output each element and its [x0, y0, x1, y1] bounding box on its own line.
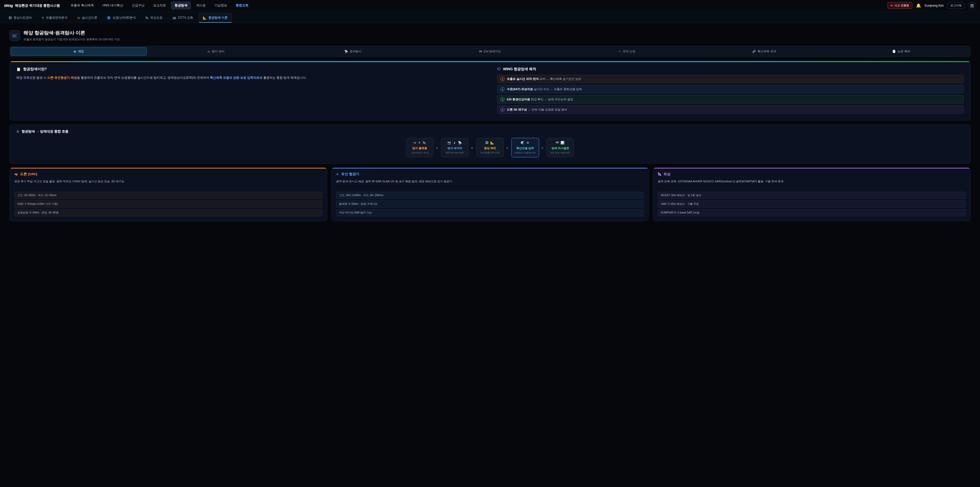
notification-bell-icon[interactable]: 🔔: [916, 3, 921, 8]
brand[interactable]: Wing 해양환경 위기대응 통합시스템: [4, 3, 60, 8]
brand-title: 해양환경 위기대응 통합시스템: [15, 3, 60, 8]
page-chart-icon: [10, 30, 20, 41]
overview-icon: ◉: [74, 50, 76, 53]
nav-board[interactable]: 게시판: [192, 2, 209, 10]
logout-button[interactable]: 로그아웃: [947, 2, 965, 9]
spec-row: NGSST: 5km 해상도 · 일 1회 생산: [658, 192, 966, 199]
page-title: 해양 항공탐색·원격탐사 이론: [24, 30, 120, 36]
card-drone-uav: 🛩 드론 (UAV) 현장 즉시 투입·저고도 정밀 촬영. 광학·적외선 카메…: [10, 168, 327, 221]
subtab-oil-area-analysis[interactable]: ✳ 유출유면적분석: [38, 13, 72, 23]
satellite-icon: 🛰: [145, 16, 148, 20]
flow-step-sensor-data: 📷 🌡 📡 센서 데이터 광학·IR·SAR·SST: [441, 138, 469, 157]
subtab-image-photo-management[interactable]: 🖼 영상사진관리: [5, 13, 36, 23]
tab-remote-sensing[interactable]: 📡 원격탐사: [285, 47, 421, 56]
section-tab-bar: ◉ 개요 🛩 탐지 장비 📡 원격탐사 🗺 ESI 방제지도 ✏ 면적 산정 🔗…: [10, 46, 970, 57]
processing-icons: 🖼 📐: [479, 141, 501, 145]
number-badge: 1: [501, 77, 504, 81]
wing-purpose-section: 🛡 WING 항공탐색 목적 1 유출유 실시간 위치·면적 파악 → 확산예측…: [497, 67, 964, 116]
gear-icon: ⚙: [16, 130, 19, 134]
spec-row: SAR: 5~25m 해상도 · 구름 무관: [658, 200, 966, 208]
number-badge: 3: [501, 97, 504, 101]
highlight-model-input: 확산예측 모델의 검증·보정 입력자료: [210, 76, 259, 80]
incident-badge-label: 사고 진행중: [894, 3, 909, 7]
subtab-realtime-drone[interactable]: 🛩 실시간드론: [73, 13, 101, 23]
tab-esi-map[interactable]: 🗺 ESI 방제지도: [422, 47, 558, 56]
nav-weather-info[interactable]: 기상정보: [211, 2, 231, 10]
subtab-satellite-request[interactable]: 🛰 위성요청: [142, 13, 167, 23]
spec-row: 고도: 30~500m · 속도: 15~25m/s: [14, 192, 322, 199]
tab-papers-patents[interactable]: 📑 논문·특허: [833, 47, 969, 56]
flow-section-title: 항공탐색 → 방제대응 통합 흐름: [22, 129, 68, 134]
what-is-aerial-search-section: 📋 항공탐색이란? 해양 유류오염 발생 시 드론·유인항공기·위성을 활용하여…: [16, 67, 483, 116]
flow-step-image-processing: 🖼 📐 영상 처리 좌표변환·면적산정: [476, 138, 504, 157]
flow-arrow-icon: ▶: [436, 146, 438, 149]
topbar: Wing 해양환경 위기대응 통합시스템 유출유 확산예측 HNS·대기확산 긴…: [0, 0, 980, 11]
flow-arrow-icon: ▶: [471, 146, 473, 149]
nav-reports[interactable]: 보고자료: [150, 2, 169, 10]
aircraft-icon: 🛩: [207, 50, 210, 53]
flow-step-model-input: 🌊 ⚙ 확산모델 입력 유출위치·유출량·SST: [511, 138, 539, 157]
card-manned-aircraft: ✈ 유인 항공기 광역 탐색·장시간 체공. 광학·IR·SAR·SLAR·UV…: [331, 168, 649, 221]
decision-icons: 🗺 📊: [549, 141, 572, 145]
user-name: Eunjeong Kim: [924, 4, 944, 7]
purpose-item: 4 드론 3D 재구성 → 선박 식별·오염원 정밀 분석: [497, 105, 964, 113]
image-icon: 🖼: [9, 16, 12, 20]
spec-row: 야간·악기상 SAR 탐지 가능: [336, 209, 644, 216]
tab-overview[interactable]: ◉ 개요: [11, 47, 147, 56]
spec-row: 고도: 300~3,000m · 속도: 60~150m/s: [336, 192, 644, 199]
theory-chart-icon: 📐: [203, 16, 207, 20]
nav-integrated-search[interactable]: 통합조회: [232, 2, 252, 10]
purpose-item: 1 유출유 실시간 위치·면적 파악 → 확산예측 초기조건 보정: [497, 75, 964, 83]
nav-emergency-rescue[interactable]: 긴급구난: [128, 2, 148, 10]
drone-description: 현장 즉시 투입·저고도 정밀 촬영. 광학·적외선 카메라 탑재, 실시간 영…: [14, 179, 322, 189]
spec-row: 탐색폭: 5~50km · 체공: 4~8시간: [336, 200, 644, 208]
subnav: 🖼 영상사진관리 ✳ 유출유면적분석 🛩 실시간드론 🔵 오염/선박3D분석 🛰…: [0, 11, 980, 23]
nav-hns-atmospheric[interactable]: HNS·대기확산: [99, 2, 127, 10]
flow-arrow-icon: ▶: [542, 146, 544, 149]
number-badge: 4: [501, 107, 504, 112]
model-icons: 🌊 ⚙: [514, 141, 537, 145]
intro-paragraph: 해양 유류오염 발생 시 드론·유인항공기·위성을 활용하여 유출유의 위치·면…: [16, 75, 483, 80]
nav-aerial-search[interactable]: 항공탐색: [171, 2, 191, 10]
brand-logo: Wing: [4, 3, 13, 8]
overview-panel: 📋 항공탐색이란? 해양 유류오염 발생 시 드론·유인항공기·위성을 활용하여…: [10, 61, 970, 121]
aircraft-description: 광역 탐색·장시간 체공. 광학·IR·SAR·SLAR·UV 등 센서 복합 …: [336, 179, 644, 189]
platform-cards: 🛩 드론 (UAV) 현장 즉시 투입·저고도 정밀 촬영. 광학·적외선 카메…: [10, 168, 970, 221]
subtab-cctv[interactable]: 📹 CCTV 조회: [168, 13, 197, 23]
shield-icon: 🛡: [497, 67, 501, 71]
tab-prediction-link[interactable]: 🔗 확산예측 연계: [696, 47, 832, 56]
tab-area-calculation[interactable]: ✏ 면적 산정: [559, 47, 695, 56]
purpose-item: 3 ESI 환경민감자원 현장 확인 → 방제 우선순위 결정: [497, 95, 964, 104]
radar-icon: 📡: [344, 50, 348, 53]
document-icon: 📑: [892, 50, 896, 53]
clipboard-icon: 📋: [16, 67, 21, 71]
purpose-item: 2 수온(SST) 위성자료 실시간 수신 → 유출유 풍화모델 입력: [497, 85, 964, 93]
tab-detection-equipment[interactable]: 🛩 탐지 장비: [148, 47, 284, 56]
subtab-pollution-ship-3d[interactable]: 🔵 오염/선박3D분석: [103, 13, 140, 23]
nav-oil-spill-prediction[interactable]: 유출유 확산예측: [67, 2, 97, 10]
main-content: 해양 항공탐색·원격탐사 이론 유출유 원격탐지·항공감시 기법·ESI 방제정…: [0, 23, 980, 236]
sphere-3d-icon: 🔵: [107, 16, 111, 20]
subtab-aerial-search-theory[interactable]: 📐 항공탐색 이론: [199, 13, 232, 23]
map-icon: 🗺: [479, 50, 482, 53]
spec-row: 운용반경: 5~30km · 체공: 30~90분: [14, 209, 322, 216]
sensor-icons: 📷 🌡 📡: [443, 141, 466, 145]
spec-row: KOMPSAT-5: X-band SAR 1m급: [658, 209, 966, 216]
purpose-section-title: WING 항공탐색 목적: [503, 67, 536, 72]
hamburger-menu-icon[interactable]: [968, 2, 976, 9]
flow-step-detection-platform: 🛩 ✈ 🛰 탐지 플랫폼 드론·항공기·위성: [406, 138, 434, 157]
page-subtitle: 유출유 원격탐지·항공감시 기법·ESI 방제정보지도·등록특허 10-1567…: [24, 38, 120, 42]
aircraft-icon: ✈: [336, 172, 339, 176]
analysis-icon: ✳: [41, 16, 44, 20]
spec-row: GSD: 1~5cm/px (100m 고도 기준): [14, 200, 322, 208]
drone-icon: 🛩: [77, 16, 80, 20]
drone-icon: 🛩: [14, 172, 18, 176]
incident-status-badge: 사고 진행중: [887, 2, 912, 9]
number-badge: 2: [501, 87, 504, 91]
satellite-description: 광역·반복 관측. SST(NOAA AVHRR·NGSST)·SAR(Sent…: [658, 179, 966, 189]
pencil-icon: ✏: [619, 50, 621, 53]
incident-dot-icon: [891, 5, 892, 6]
satellite-icon: 🛰: [658, 172, 661, 176]
flow-step-response-decision: 🗺 📊 방제 의사결정 ESI 연계·자원 배치: [546, 138, 574, 157]
cctv-camera-icon: 📹: [172, 16, 176, 20]
